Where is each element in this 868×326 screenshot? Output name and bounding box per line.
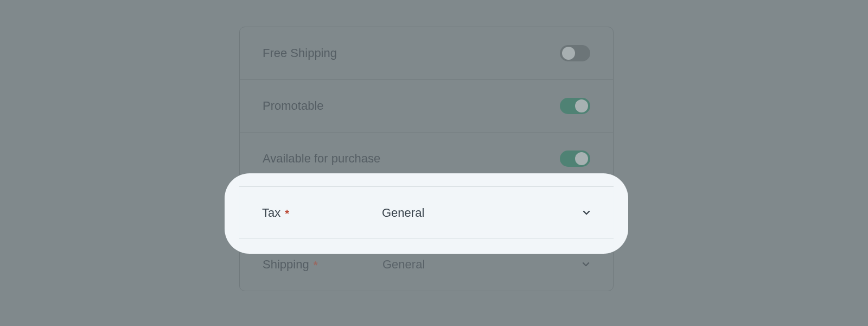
shipping-select[interactable]: General [382, 258, 582, 272]
shipping-row: Shipping * General [240, 238, 613, 291]
free-shipping-label: Free Shipping [263, 46, 337, 60]
toggle-knob-icon [575, 99, 588, 112]
toggle-knob-icon [575, 152, 588, 165]
required-icon: * [314, 259, 318, 272]
chevron-down-icon [582, 207, 590, 216]
free-shipping-row: Free Shipping [240, 27, 613, 80]
required-icon: * [285, 206, 290, 219]
shipping-value: General [382, 258, 425, 272]
available-toggle[interactable] [560, 151, 590, 167]
toggle-knob-icon [562, 47, 575, 60]
settings-panel: Free Shipping Promotable Available for p… [239, 27, 614, 291]
available-label: Available for purchase [263, 152, 380, 166]
available-row: Available for purchase [240, 133, 613, 185]
tax-select[interactable]: General [382, 204, 582, 218]
promotable-row: Promotable [240, 80, 613, 133]
shipping-label: Shipping [263, 258, 309, 272]
tax-value: General [382, 204, 425, 218]
tax-row: Tax * General [240, 185, 613, 238]
promotable-label: Promotable [263, 99, 324, 113]
free-shipping-toggle[interactable] [560, 45, 590, 61]
tax-label: Tax [263, 204, 281, 218]
chevron-down-icon [582, 260, 590, 269]
promotable-toggle[interactable] [560, 98, 590, 114]
